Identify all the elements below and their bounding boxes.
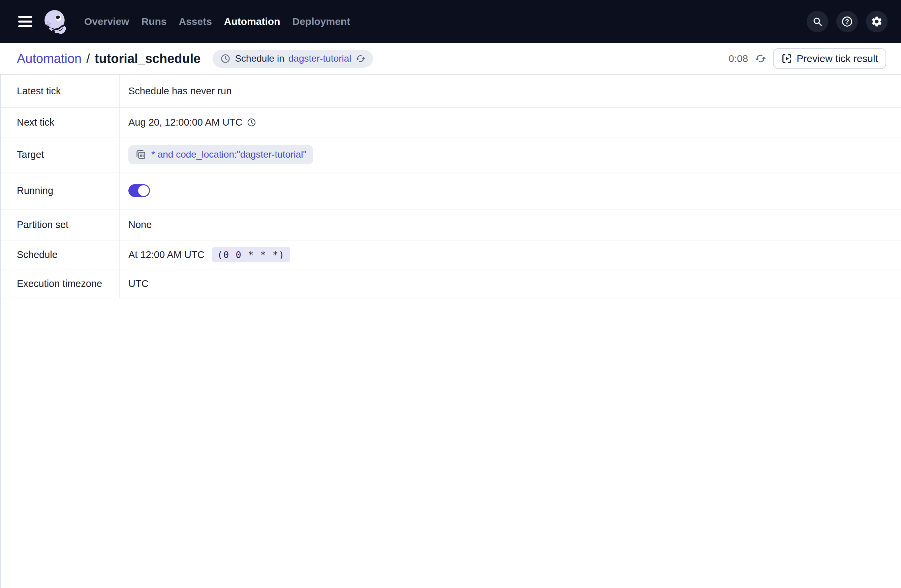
help-icon: ? <box>841 16 853 28</box>
row-partition-set: Partition set None <box>0 210 901 240</box>
page-title: tutorial_schedule <box>95 51 201 66</box>
preview-tick-result-button[interactable]: Preview tick result <box>773 48 886 69</box>
nav-assets[interactable]: Assets <box>179 16 212 27</box>
row-label: Target <box>0 137 120 172</box>
preview-button-label: Preview tick result <box>797 53 878 64</box>
asset-selection-icon <box>135 149 147 160</box>
preview-icon <box>781 53 792 64</box>
row-next-tick: Next tick Aug 20, 12:00:00 AM UTC <box>0 108 901 137</box>
target-selection-text: * and code_location:"dagster-tutorial" <box>151 149 306 160</box>
row-label: Running <box>0 173 120 209</box>
running-toggle[interactable] <box>128 184 150 197</box>
row-label: Schedule <box>0 240 120 269</box>
menu-icon <box>18 16 32 18</box>
breadcrumb-automation-link[interactable]: Automation <box>17 51 81 66</box>
row-label: Execution timezone <box>0 269 120 298</box>
dagster-logo[interactable] <box>42 9 67 34</box>
row-label: Next tick <box>0 108 120 137</box>
badge-prefix: Schedule in <box>235 53 284 64</box>
next-tick-value: Aug 20, 12:00:00 AM UTC <box>128 117 243 128</box>
clock-icon <box>247 118 256 127</box>
code-location-link[interactable]: dagster-tutorial <box>288 53 351 64</box>
refresh-countdown: 0:08 <box>728 53 748 64</box>
row-latest-tick: Latest tick Schedule has never run <box>0 75 901 108</box>
refresh-icon <box>755 53 766 64</box>
help-button[interactable]: ? <box>836 11 858 32</box>
toggle-knob <box>138 185 149 196</box>
row-execution-timezone: Execution timezone UTC <box>0 269 901 299</box>
nav-overview[interactable]: Overview <box>84 16 129 27</box>
row-label: Latest tick <box>0 75 120 107</box>
primary-nav: Overview Runs Assets Automation Deployme… <box>84 16 350 27</box>
asset-selection-badge[interactable]: * and code_location:"dagster-tutorial" <box>128 145 313 164</box>
svg-text:?: ? <box>845 18 849 25</box>
page-header: Automation / tutorial_schedule Schedule … <box>0 43 901 75</box>
nav-automation[interactable]: Automation <box>224 16 281 27</box>
search-icon <box>812 16 823 27</box>
refresh-button[interactable] <box>755 53 766 64</box>
clock-icon <box>220 53 231 64</box>
refresh-icon <box>355 54 366 64</box>
reload-location-button[interactable] <box>355 54 366 64</box>
row-schedule: Schedule At 12:00 AM UTC (0 0 * * *) <box>0 240 901 269</box>
partition-set-value: None <box>128 219 152 230</box>
nav-runs[interactable]: Runs <box>141 16 167 27</box>
top-nav: Overview Runs Assets Automation Deployme… <box>0 0 901 43</box>
execution-timezone-value: UTC <box>128 278 149 289</box>
schedule-description: At 12:00 AM UTC <box>128 249 204 260</box>
row-running: Running <box>0 173 901 210</box>
schedule-location-badge: Schedule in dagster-tutorial <box>213 50 373 68</box>
schedule-details: Latest tick Schedule has never run Next … <box>0 75 901 299</box>
cron-expression-badge: (0 0 * * *) <box>212 247 290 262</box>
row-label: Partition set <box>0 210 120 240</box>
dagster-octopus-icon <box>42 9 67 34</box>
search-button[interactable] <box>807 11 828 32</box>
left-edge-line <box>0 75 1 588</box>
nav-deployment[interactable]: Deployment <box>292 16 350 27</box>
breadcrumb-separator: / <box>86 51 90 66</box>
latest-tick-value: Schedule has never run <box>128 86 231 96</box>
settings-button[interactable] <box>866 11 887 32</box>
gear-icon <box>871 16 883 28</box>
nav-right-actions: ? <box>807 11 887 32</box>
row-target: Target * and code_location:"dagster-tuto… <box>0 137 901 173</box>
menu-button[interactable] <box>18 16 32 27</box>
breadcrumb: Automation / tutorial_schedule Schedule … <box>17 50 373 68</box>
header-actions: 0:08 Preview tick result <box>728 48 886 69</box>
